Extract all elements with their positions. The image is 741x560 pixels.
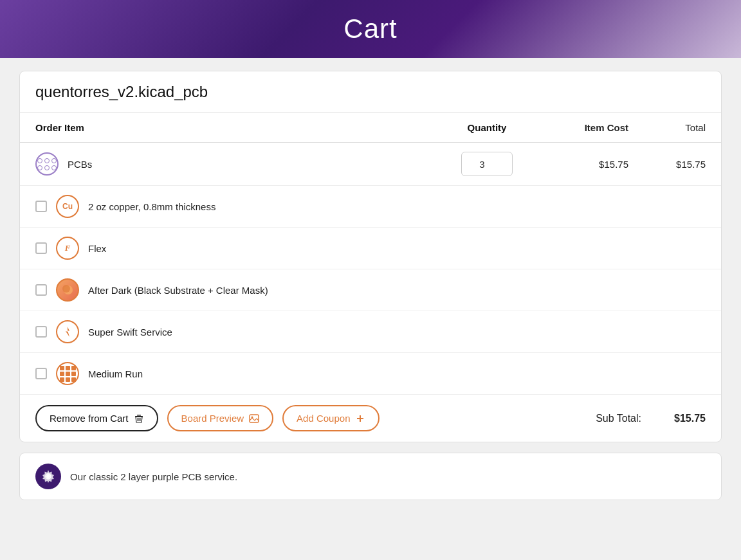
col-total: Total [628, 122, 706, 133]
subtotal-label: Sub Total: [596, 413, 641, 424]
add-coupon-button[interactable]: Add Coupon [282, 405, 380, 431]
addon-row-swift: Super Swift Service [20, 311, 721, 353]
addon-label-copper: 2 oz copper, 0.8mm thickness [88, 201, 215, 212]
page-title: Cart [343, 14, 397, 44]
pcb-qty-cell [435, 152, 538, 176]
copper-icon: Cu [56, 195, 79, 218]
addon-row-flex: F Flex [20, 228, 721, 269]
svg-rect-5 [137, 415, 141, 416]
addon-row-medrun-left: Medium Run [35, 362, 435, 385]
svg-point-15 [47, 475, 50, 478]
trash-icon [134, 413, 144, 424]
addon-checkbox-afterdark[interactable] [35, 284, 47, 296]
image-icon [249, 413, 259, 424]
addon-row-copper: Cu 2 oz copper, 0.8mm thickness [20, 186, 721, 228]
pcb-row: PCBs $15.75 $15.75 [20, 143, 721, 186]
addon-row-flex-left: F Flex [35, 237, 435, 260]
flex-icon: F [56, 237, 79, 260]
pcb-label: PCBs [68, 159, 92, 170]
addon-checkbox-swift[interactable] [35, 326, 47, 338]
addon-row-copper-left: Cu 2 oz copper, 0.8mm thickness [35, 195, 435, 218]
info-text: Our classic 2 layer purple PCB service. [70, 471, 237, 482]
pcb-dots [33, 154, 60, 174]
addon-row-medrun: Medium Run [20, 353, 721, 395]
cart-card: quentorres_v2.kicad_pcb Order Item Quant… [19, 71, 722, 442]
pcb-item-cost: $15.75 [538, 159, 628, 170]
plus-icon [355, 413, 365, 424]
pcb-total: $15.75 [628, 159, 706, 170]
file-header: quentorres_v2.kicad_pcb [20, 71, 721, 113]
subtotal-value: $15.75 [661, 413, 706, 424]
pcb-icon [35, 152, 59, 176]
medrun-icon [56, 362, 79, 385]
page-header: Cart [0, 0, 741, 58]
addon-label-medrun: Medium Run [88, 368, 143, 379]
info-bar: Our classic 2 layer purple PCB service. [19, 453, 722, 500]
svg-point-2 [62, 285, 70, 293]
pcb-service-icon [35, 464, 61, 489]
addon-checkbox-copper[interactable] [35, 201, 47, 212]
swift-icon [56, 320, 79, 343]
table-header: Order Item Quantity Item Cost Total [20, 113, 721, 143]
cart-footer: Remove from Cart Board Preview [20, 395, 721, 442]
addon-label-flex: Flex [88, 243, 106, 254]
addon-row-afterdark: After Dark (Black Substrate + Clear Mask… [20, 269, 721, 311]
col-quantity: Quantity [435, 122, 538, 133]
addon-label-afterdark: After Dark (Black Substrate + Clear Mask… [88, 285, 268, 296]
remove-from-cart-button[interactable]: Remove from Cart [35, 405, 158, 431]
pcb-row-left: PCBs [35, 152, 435, 176]
pcb-quantity-input[interactable] [461, 152, 513, 176]
addon-row-afterdark-left: After Dark (Black Substrate + Clear Mask… [35, 278, 435, 302]
page-body: quentorres_v2.kicad_pcb Order Item Quant… [0, 58, 741, 513]
addon-row-swift-left: Super Swift Service [35, 320, 435, 343]
svg-text:F: F [64, 243, 71, 253]
afterdark-icon [56, 278, 79, 302]
addon-label-swift: Super Swift Service [88, 327, 172, 338]
svg-marker-3 [66, 327, 69, 337]
addon-checkbox-medrun[interactable] [35, 368, 47, 379]
file-name: quentorres_v2.kicad_pcb [35, 83, 208, 100]
col-item-cost: Item Cost [538, 122, 628, 133]
col-order-item: Order Item [35, 122, 435, 133]
board-preview-button[interactable]: Board Preview [167, 405, 274, 431]
addon-checkbox-flex[interactable] [35, 242, 47, 254]
svg-rect-9 [250, 415, 259, 422]
